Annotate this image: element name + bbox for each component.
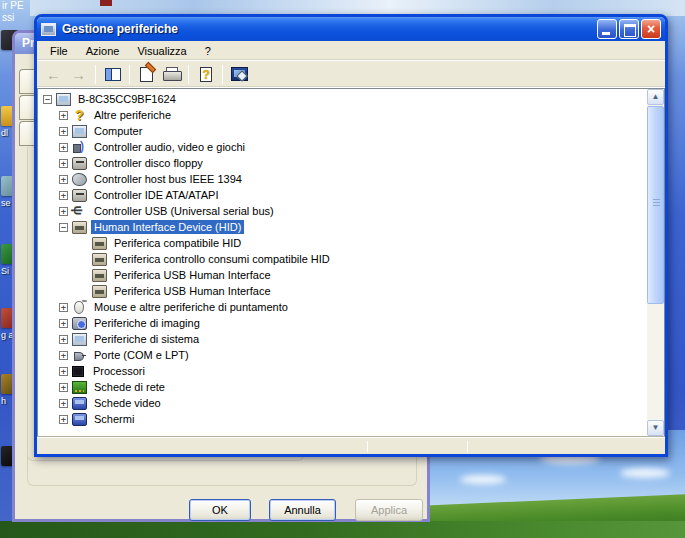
collapse-toggle[interactable]: − [59, 223, 68, 232]
processor-icon [72, 366, 84, 377]
cloud [620, 468, 670, 478]
desktop-icon-label: ir PE [2, 0, 34, 12]
toolbar: ← → [37, 61, 665, 88]
desktop-icon-label: ssi [2, 12, 34, 24]
toolbar-separator [95, 65, 96, 84]
properties-button[interactable] [135, 63, 158, 86]
menu-azione[interactable]: Azione [77, 43, 129, 59]
tree-row[interactable]: +Schede video [39, 395, 646, 411]
ok-button[interactable]: OK [189, 499, 251, 521]
back-button[interactable]: ← [42, 63, 65, 86]
expand-toggle[interactable]: + [59, 351, 68, 360]
expand-toggle[interactable]: + [59, 191, 68, 200]
minimize-button[interactable] [597, 19, 617, 39]
apply-button: Applica [355, 499, 423, 521]
expand-toggle[interactable]: + [59, 399, 68, 408]
mouse-icon [74, 301, 84, 314]
expand-toggle[interactable]: + [59, 335, 68, 344]
expand-toggle[interactable]: + [59, 111, 68, 120]
ports-icon [72, 349, 87, 362]
tree-row-selected[interactable]: −Human Interface Device (HID) [39, 219, 646, 235]
expand-toggle[interactable]: + [59, 159, 68, 168]
desktop-icon-labels: ir PE ssi [0, 0, 34, 30]
back-arrow-icon: ← [46, 66, 61, 83]
menu-file[interactable]: File [41, 43, 77, 59]
maximize-button[interactable] [619, 19, 639, 39]
unknown-device-icon [72, 109, 87, 122]
cloud [460, 475, 506, 484]
expand-toggle[interactable]: + [59, 319, 68, 328]
tree-row[interactable]: +Altre periferiche [39, 107, 646, 123]
tree-row[interactable]: +Processori [39, 363, 646, 379]
expand-toggle[interactable]: + [59, 175, 68, 184]
status-separator [367, 441, 368, 452]
tree-row[interactable]: +Porte (COM e LPT) [39, 347, 646, 363]
menu-bar: File Azione Visualizza ? [37, 41, 665, 61]
tree-row[interactable]: +Controller host bus IEEE 1394 [39, 171, 646, 187]
scan-hardware-changes-button[interactable] [228, 63, 251, 86]
tree-row[interactable]: +Schede di rete [39, 379, 646, 395]
scan-hardware-icon [231, 67, 248, 81]
hid-icon [92, 253, 107, 266]
help-icon [200, 67, 212, 82]
monitor-icon [72, 413, 87, 426]
hid-icon [92, 285, 107, 298]
scroll-up-button[interactable]: ▲ [647, 89, 664, 105]
status-bar [37, 437, 665, 454]
computer-icon [72, 125, 87, 138]
tree-row[interactable]: +Schermi [39, 411, 646, 427]
tree-row[interactable]: Periferica compatibile HID [39, 235, 646, 251]
system-device-icon [72, 333, 87, 346]
device-tree: −B-8C35CC9BF1624 +Altre periferiche +Com… [39, 91, 646, 435]
collapse-toggle[interactable]: − [43, 95, 52, 104]
tree-row[interactable]: Periferica USB Human Interface [39, 283, 646, 299]
expand-toggle[interactable]: + [59, 303, 68, 312]
network-adapter-icon [72, 381, 87, 394]
device-manager-window: Gestione periferiche × File Azione Visua… [34, 14, 668, 457]
scrollbar-thumb[interactable] [647, 106, 664, 304]
tree-row[interactable]: Periferica USB Human Interface [39, 267, 646, 283]
toolbar-separator [222, 65, 223, 84]
tree-row[interactable]: +Controller disco floppy [39, 155, 646, 171]
title-bar[interactable]: Gestione periferiche × [37, 17, 665, 41]
tree-row[interactable]: +Periferiche di imaging [39, 315, 646, 331]
vertical-scrollbar[interactable]: ▲ ▼ [647, 89, 664, 436]
tree-row[interactable]: +Periferiche di sistema [39, 331, 646, 347]
menu-visualizza[interactable]: Visualizza [128, 43, 195, 59]
tree-row[interactable]: +Controller USB (Universal serial bus) [39, 203, 646, 219]
expand-toggle[interactable]: + [59, 207, 68, 216]
grass-strip [0, 521, 685, 538]
device-manager-icon [41, 23, 56, 36]
close-button[interactable]: × [641, 19, 661, 39]
expand-toggle[interactable]: + [59, 383, 68, 392]
toolbar-separator [129, 65, 130, 84]
audio-icon [72, 141, 87, 154]
expand-toggle[interactable]: + [59, 127, 68, 136]
hid-icon [92, 269, 107, 282]
floppy-controller-icon [72, 157, 87, 170]
expand-toggle[interactable]: + [59, 143, 68, 152]
display-adapter-icon [72, 397, 87, 410]
computer-icon [56, 93, 71, 106]
expand-toggle[interactable]: + [59, 367, 68, 376]
tree-row[interactable]: +Computer [39, 123, 646, 139]
print-button[interactable] [160, 63, 183, 86]
status-separator [467, 441, 468, 452]
forward-arrow-icon: → [71, 66, 86, 83]
menu-help[interactable]: ? [196, 43, 220, 59]
imaging-icon [72, 317, 87, 330]
tree-row[interactable]: +Controller IDE ATA/ATAPI [39, 187, 646, 203]
tree-row[interactable]: −B-8C35CC9BF1624 [39, 91, 646, 107]
tree-row[interactable]: +Controller audio, video e giochi [39, 139, 646, 155]
help-button[interactable] [194, 63, 217, 86]
cancel-button[interactable]: Annulla [269, 499, 336, 521]
expand-toggle[interactable]: + [59, 415, 68, 424]
hid-icon [92, 237, 107, 250]
properties-icon [140, 67, 153, 82]
scroll-down-button[interactable]: ▼ [647, 420, 664, 436]
tree-row[interactable]: +Mouse e altre periferiche di puntamento [39, 299, 646, 315]
printer-icon [163, 67, 180, 81]
forward-button[interactable]: → [67, 63, 90, 86]
tree-row[interactable]: Periferica controllo consumi compatibile… [39, 251, 646, 267]
show-hide-console-tree-button[interactable] [101, 63, 124, 86]
